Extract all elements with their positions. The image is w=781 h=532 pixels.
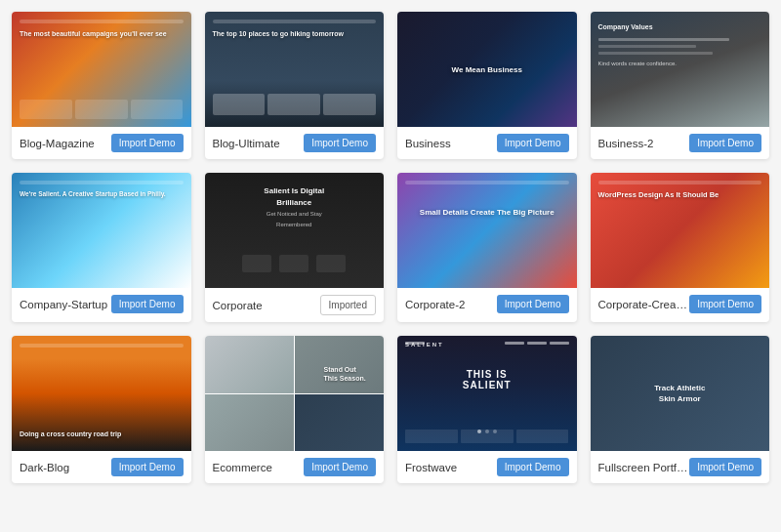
card-label: Ecommerce bbox=[213, 462, 272, 473]
import-demo-button[interactable]: Import Demo bbox=[304, 134, 376, 152]
card-footer: Company-Startup Import Demo bbox=[12, 288, 191, 320]
nav-dot bbox=[527, 342, 547, 345]
thumb-text: Track AthleticSkin Armor bbox=[654, 383, 705, 404]
card-corporate: Salient Is Digital BrillianceGet Noticed… bbox=[205, 173, 385, 322]
nav-dot bbox=[505, 342, 524, 345]
thumb-box bbox=[131, 100, 184, 119]
card-label: Blog-Magazine bbox=[20, 138, 95, 149]
feature-block bbox=[405, 430, 458, 443]
card-corporate-creative: WordPress Design As It Should Be Corpora… bbox=[591, 173, 770, 322]
thumb-corporate: Salient Is Digital BrillianceGet Noticed… bbox=[205, 173, 385, 288]
thumb-corporate2: Small Details Create The Big Picture bbox=[397, 173, 577, 288]
import-demo-button[interactable]: Import Demo bbox=[497, 134, 569, 152]
card-label: Corporate bbox=[213, 300, 263, 311]
import-demo-button[interactable]: Import Demo bbox=[689, 458, 761, 476]
card-company-startup: We're Salient. A Creative Startup Based … bbox=[12, 173, 191, 322]
thumb-fullscreen: Track AthleticSkin Armor bbox=[591, 336, 770, 451]
card-footer: Blog-Magazine Import Demo bbox=[12, 127, 191, 159]
nav-links bbox=[505, 342, 569, 345]
thumb-corporate-creative: WordPress Design As It Should Be bbox=[591, 173, 770, 288]
import-demo-button[interactable]: Import Demo bbox=[497, 458, 569, 476]
import-demo-button[interactable]: Import Demo bbox=[689, 295, 761, 313]
card-ecommerce: Stand OutThis Season. Ecommerce Import D… bbox=[205, 336, 385, 483]
thumb-text: Small Details Create The Big Picture bbox=[405, 208, 569, 218]
thumb-text: The top 10 places to go hiking tomorrow bbox=[213, 29, 377, 38]
thumb-subtext: Kind words create confidence. bbox=[598, 61, 762, 66]
card-dark-blog: Doing a cross country road trip Dark-Blo… bbox=[12, 336, 191, 483]
thumb-business2: Company Values Kind words create confide… bbox=[591, 12, 770, 127]
card-label: Fullscreen Portfolio Slider bbox=[598, 462, 690, 473]
thumb-text: The most beautiful campaigns you'll ever… bbox=[20, 29, 184, 38]
import-demo-button[interactable]: Import Demo bbox=[304, 458, 376, 476]
eco-cell bbox=[295, 394, 384, 452]
thumb-blog-strip bbox=[213, 94, 377, 115]
thumb-text: Doing a cross country road trip bbox=[20, 430, 184, 443]
card-blog-magazine: The most beautiful campaigns you'll ever… bbox=[12, 12, 191, 159]
fullscreen-bg: Track AthleticSkin Armor bbox=[591, 336, 770, 451]
thumb-dark-blog: Doing a cross country road trip bbox=[12, 336, 191, 451]
card-footer: Ecommerce Import Demo bbox=[205, 451, 385, 483]
thumb-feature-blocks bbox=[405, 430, 569, 443]
card-footer: Fullscreen Portfolio Slider Import Demo bbox=[591, 451, 770, 483]
card-footer: Corporate Imported bbox=[205, 288, 385, 322]
thumb-box bbox=[323, 94, 376, 115]
thumb-boxes bbox=[20, 100, 184, 119]
thumb-blog-ultimate: The top 10 places to go hiking tomorrow bbox=[205, 12, 385, 127]
thumb-text: We're Salient. A Creative Startup Based … bbox=[20, 190, 184, 198]
card-corporate-2: Small Details Create The Big Picture Cor… bbox=[397, 173, 577, 322]
thumb-line bbox=[598, 45, 697, 48]
thumb-box bbox=[213, 94, 266, 115]
card-footer: Corporate-Creative Import Demo bbox=[591, 288, 770, 320]
thumb-text: Salient Is Digital BrillianceGet Noticed… bbox=[249, 185, 339, 229]
nav-dot bbox=[550, 342, 569, 345]
eco-grid bbox=[205, 336, 385, 451]
thumb-text: Stand OutThis Season. bbox=[323, 365, 365, 385]
thumb-blog-magazine: The most beautiful campaigns you'll ever… bbox=[12, 12, 191, 127]
card-footer: Business-2 Import Demo bbox=[591, 127, 770, 159]
eco-cell bbox=[205, 394, 294, 452]
thumb-box bbox=[20, 100, 72, 119]
thumb-box bbox=[267, 94, 320, 115]
thumb-headline-text: THIS IS SALIENT bbox=[442, 369, 532, 390]
stat-box bbox=[242, 255, 271, 272]
import-demo-button[interactable]: Import Demo bbox=[111, 134, 184, 152]
imported-button[interactable]: Imported bbox=[320, 295, 376, 315]
stat-box bbox=[316, 255, 346, 272]
card-label: Frostwave bbox=[405, 462, 457, 473]
card-business-2: Company Values Kind words create confide… bbox=[591, 12, 770, 159]
thumb-box bbox=[75, 100, 128, 119]
thumb-nav-bar bbox=[20, 344, 184, 348]
salient-logo: SALIENT bbox=[405, 342, 444, 348]
thumb-nav-bar bbox=[20, 181, 184, 184]
thumb-line bbox=[598, 52, 713, 55]
card-label: Business-2 bbox=[598, 138, 654, 149]
thumb-company-startup: We're Salient. A Creative Startup Based … bbox=[12, 173, 191, 288]
card-label: Corporate-Creative bbox=[598, 299, 690, 310]
thumb-nav-bar bbox=[405, 181, 569, 184]
card-label: Company-Startup bbox=[20, 299, 107, 310]
thumb-frostwave: SALIENT THIS IS SALIENT bbox=[397, 336, 577, 451]
import-demo-button[interactable]: Import Demo bbox=[111, 458, 184, 476]
card-label: Blog-Ultimate bbox=[213, 138, 280, 149]
thumb-nav-bar bbox=[20, 20, 184, 23]
card-footer: Business Import Demo bbox=[397, 127, 577, 159]
demo-grid: The most beautiful campaigns you'll ever… bbox=[12, 12, 769, 483]
eco-cell bbox=[205, 336, 294, 393]
import-demo-button[interactable]: Import Demo bbox=[497, 295, 569, 313]
card-label: Corporate-2 bbox=[405, 299, 465, 310]
thumb-center-text: We Mean Business bbox=[452, 65, 522, 74]
thumb-stats bbox=[242, 255, 346, 272]
import-demo-button[interactable]: Import Demo bbox=[111, 295, 184, 313]
feature-block bbox=[516, 430, 569, 443]
thumb-ecommerce: Stand OutThis Season. bbox=[205, 336, 385, 451]
import-demo-button[interactable]: Import Demo bbox=[689, 134, 761, 152]
feature-block bbox=[461, 430, 514, 443]
thumb-lines bbox=[598, 38, 762, 55]
thumb-business: We Mean Business bbox=[397, 12, 577, 127]
thumb-text: Company Values bbox=[598, 23, 762, 30]
card-footer: Frostwave Import Demo bbox=[397, 451, 577, 483]
card-footer: Dark-Blog Import Demo bbox=[12, 451, 191, 483]
card-label: Business bbox=[405, 138, 451, 149]
thumb-nav-bar bbox=[598, 181, 762, 184]
card-blog-ultimate: The top 10 places to go hiking tomorrow … bbox=[205, 12, 385, 159]
